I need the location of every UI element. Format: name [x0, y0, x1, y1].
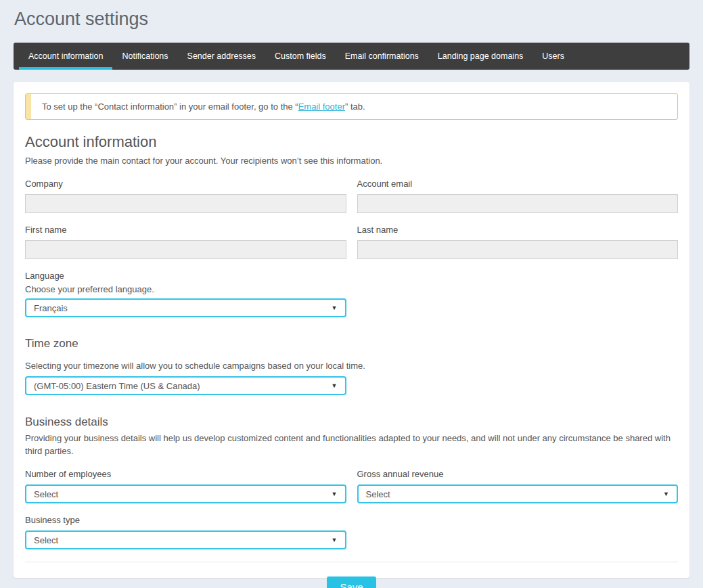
tab-landing-page-domains[interactable]: Landing page domains: [428, 43, 533, 70]
tab-notifications[interactable]: Notifications: [112, 43, 177, 70]
dropdown-arrow-icon: ▼: [332, 537, 338, 543]
company-label: Company: [25, 179, 346, 189]
tab-account-information[interactable]: Account information: [19, 43, 112, 70]
timezone-select[interactable]: (GMT-05:00) Eastern Time (US & Canada) ▼: [25, 376, 346, 395]
alert-text-after: ” tab.: [345, 101, 365, 112]
timezone-helper: Selecting your timezone will allow you t…: [25, 361, 678, 371]
number-of-employees-label: Number of employees: [25, 469, 346, 479]
business-type-label: Business type: [25, 515, 678, 525]
dropdown-arrow-icon: ▼: [332, 304, 338, 311]
save-button[interactable]: Save: [327, 576, 376, 588]
alert-text-before: To set up the “Contact information” in y…: [42, 101, 298, 112]
number-of-employees-field: Number of employees Select ▼: [25, 469, 346, 503]
business-type-field: Business type Select ▼: [25, 515, 678, 549]
tab-sender-addresses[interactable]: Sender addresses: [178, 43, 265, 70]
timezone-select-value: (GMT-05:00) Eastern Time (US & Canada): [34, 381, 200, 391]
page-title: Account settings: [14, 9, 703, 30]
tab-email-confirmations[interactable]: Email confirmations: [336, 43, 428, 70]
dropdown-arrow-icon: ▼: [663, 491, 669, 497]
business-type-value: Select: [34, 535, 58, 545]
gross-annual-revenue-label: Gross annual revenue: [357, 469, 679, 479]
alert-accent-strip: [26, 94, 31, 119]
last-name-input: [357, 240, 679, 259]
business-details-heading: Business details: [25, 415, 678, 429]
first-name-label: First name: [25, 225, 346, 235]
number-of-employees-select[interactable]: Select ▼: [25, 484, 346, 503]
email-footer-link[interactable]: Email footer: [298, 101, 345, 112]
account-email-input: [357, 194, 679, 213]
account-email-field: Account email: [357, 179, 679, 213]
footer-divider: [25, 562, 678, 562]
business-details-helper: Providing your business details will hel…: [25, 432, 675, 457]
account-information-subtitle: Please provide the main contact for your…: [25, 154, 675, 167]
account-email-label: Account email: [357, 179, 679, 189]
account-information-heading: Account information: [25, 133, 678, 151]
gross-annual-revenue-select[interactable]: Select ▼: [357, 484, 679, 503]
first-name-input: [25, 240, 346, 259]
first-name-field: First name: [25, 225, 346, 259]
gross-annual-revenue-value: Select: [366, 489, 390, 499]
number-of-employees-value: Select: [34, 489, 58, 499]
language-label: Language: [25, 271, 678, 281]
company-input: [25, 194, 346, 213]
language-helper: Choose your preferred language.: [25, 284, 678, 294]
settings-tabbar: Account information Notifications Sender…: [14, 43, 689, 70]
language-select-value: Français: [34, 303, 68, 313]
dropdown-arrow-icon: ▼: [332, 382, 338, 389]
tab-users[interactable]: Users: [532, 43, 574, 70]
last-name-field: Last name: [357, 225, 679, 259]
dropdown-arrow-icon: ▼: [332, 491, 338, 497]
business-type-select[interactable]: Select ▼: [25, 530, 346, 549]
gross-annual-revenue-field: Gross annual revenue Select ▼: [357, 469, 679, 503]
tab-custom-fields[interactable]: Custom fields: [265, 43, 336, 70]
info-alert: To set up the “Contact information” in y…: [25, 93, 678, 120]
settings-card: To set up the “Contact information” in y…: [14, 82, 689, 578]
company-field: Company: [25, 179, 346, 213]
language-select[interactable]: Français ▼: [25, 298, 346, 317]
timezone-heading: Time zone: [25, 337, 678, 350]
last-name-label: Last name: [357, 225, 679, 235]
